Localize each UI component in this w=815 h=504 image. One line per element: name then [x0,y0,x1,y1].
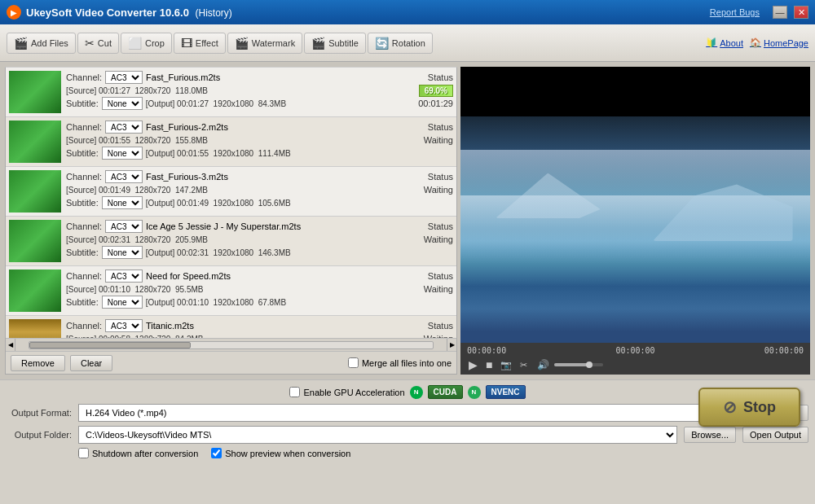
homepage-link[interactable]: 🏠 HomePage [750,37,808,48]
subtitle-select[interactable]: None [102,296,143,309]
stop-circle-icon: ⊘ [723,397,737,417]
clear-button[interactable]: Clear [70,355,112,371]
preview-checkbox[interactable] [211,448,222,458]
effect-icon: 🎞 [181,37,192,50]
file-info: Channel: AC3 Fast_Furious.m2ts Status [S… [66,71,453,112]
nvenc-badge: NVENC [486,385,526,399]
subtitle-select[interactable]: None [102,97,143,110]
open-output-button[interactable]: Open Output [742,427,808,443]
cut-button[interactable]: ✂ [518,360,529,370]
subtitle-select[interactable]: None [102,147,143,160]
list-item[interactable]: Channel: AC3 Fast_Furious-2.m2ts Status … [6,117,456,167]
stop-button[interactable]: ■ [484,358,494,371]
toolbar: 🎬 Add Files ✂ Cut ⬜ Crop 🎞 Effect 🎬 Wate… [0,24,815,62]
list-item[interactable]: Channel: AC3 Titanic.m2ts Status [Source… [6,316,456,338]
close-button[interactable]: ✕ [794,6,808,19]
folder-select[interactable]: C:\Videos-Ukeysoft\Video MTS\ [78,426,677,444]
subtitle-button[interactable]: 🎬 Subtitle [304,33,366,54]
file-thumbnail [9,170,61,213]
gpu-checkbox-row: Enable GPU Acceleration [289,387,404,397]
crop-icon: ⬜ [128,37,142,50]
horizontal-scrollbar[interactable]: ◀ ▶ [6,338,456,351]
remove-button[interactable]: Remove [11,355,65,371]
subtitle-icon: 🎬 [311,37,325,50]
screenshot-button[interactable]: 📷 [499,360,513,370]
folder-label: Output Folder: [7,430,72,440]
main-area: Channel: AC3 Fast_Furious.m2ts Status [S… [0,62,815,379]
channel-select[interactable]: AC3 [105,270,143,283]
file-list-actions: Remove Clear Merge all files into one [6,351,456,374]
watermark-icon: 🎬 [235,37,249,50]
file-info: Channel: AC3 Ice Age 5 Jessie J - My Sup… [66,220,453,261]
merge-checkbox[interactable] [348,357,359,368]
about-link[interactable]: 🔰 About [706,37,743,48]
preview-label: Show preview when conversion [225,449,350,458]
add-files-button[interactable]: 🎬 Add Files [7,33,76,54]
play-button[interactable]: ▶ [467,358,479,371]
subtitle-select[interactable]: None [102,246,143,259]
shutdown-checkbox[interactable] [78,448,89,458]
app-title: UkeySoft Video Converter 10.6.0 (History… [26,7,232,19]
video-preview-panel: 00:00:00 00:00:00 00:00:00 ▶ ■ 📷 ✂ 🔊 [460,67,810,375]
list-item[interactable]: Channel: AC3 Fast_Furious.m2ts Status [S… [6,68,456,117]
title-bar-left: ▶ UkeySoft Video Converter 10.6.0 (Histo… [7,5,232,20]
format-select[interactable]: H.264 Video (*.mp4) [78,404,722,422]
video-display [460,67,810,343]
stop-button[interactable]: ⊘ Stop [698,388,800,427]
cut-icon: ✂ [85,37,95,50]
list-item[interactable]: Channel: AC3 Fast_Furious-3.m2ts Status … [6,167,456,217]
file-thumbnail [9,121,61,163]
rotation-icon: 🔄 [375,37,389,50]
file-info: Channel: AC3 Need for Speed.m2ts Status … [66,270,453,310]
ctrl-row: ▶ ■ 📷 ✂ 🔊 [467,358,804,371]
list-item[interactable]: Channel: AC3 Ice Age 5 Jessie J - My Sup… [6,217,456,266]
file-list-scroll[interactable]: Channel: AC3 Fast_Furious.m2ts Status [S… [6,68,456,338]
gpu-row: Enable GPU Acceleration N CUDA N NVENC [7,385,808,399]
channel-select[interactable]: AC3 [105,319,143,332]
list-item[interactable]: Channel: AC3 Need for Speed.m2ts Status … [6,266,456,316]
effect-button[interactable]: 🎞 Effect [174,33,226,54]
cut-button[interactable]: ✂ Cut [77,33,119,54]
browse-button[interactable]: Browse... [684,427,736,443]
current-time: 00:00:00 [467,346,506,355]
shutdown-label: Shutdown after conversion [92,449,198,458]
home-icon: 🏠 [750,37,761,48]
nvenc-logo: N [468,386,481,399]
status-badge: 69.0% [419,85,453,97]
rotation-button[interactable]: 🔄 Rotation [368,33,433,54]
report-bugs-link[interactable]: Report Bugs [710,7,760,17]
channel-select[interactable]: AC3 [105,220,143,233]
watermark-button[interactable]: 🎬 Watermark [227,33,302,54]
toolbar-right: 🔰 About 🏠 HomePage [706,37,808,48]
file-info: Channel: AC3 Fast_Furious-2.m2ts Status … [66,121,453,161]
channel-select[interactable]: AC3 [105,71,143,84]
options-row: Shutdown after conversion Show preview w… [78,448,808,458]
cuda-logo: N [410,386,423,399]
file-thumbnail [9,270,61,312]
file-thumbnail [9,220,61,262]
minimize-button[interactable]: — [773,6,787,19]
merge-label: Merge all files into one [362,358,452,368]
video-preview [460,67,810,343]
preview-option: Show preview when conversion [211,448,350,458]
file-list-panel: Channel: AC3 Fast_Furious.m2ts Status [S… [5,67,457,375]
file-info: Channel: AC3 Titanic.m2ts Status [Source… [66,319,453,338]
add-files-icon: 🎬 [14,37,28,50]
volume-slider[interactable] [554,363,603,366]
format-label: Output Format: [7,408,72,418]
channel-select[interactable]: AC3 [105,121,143,134]
cuda-badge: CUDA [428,385,463,399]
toolbar-left: 🎬 Add Files ✂ Cut ⬜ Crop 🎞 Effect 🎬 Wate… [7,33,433,54]
gpu-label: Enable GPU Acceleration [303,388,404,397]
volume-icon: 🔊 [537,359,549,370]
file-info: Channel: AC3 Fast_Furious-3.m2ts Status … [66,170,453,211]
video-controls-bar: 00:00:00 00:00:00 00:00:00 ▶ ■ 📷 ✂ 🔊 [460,343,810,375]
crop-button[interactable]: ⬜ Crop [121,33,172,54]
bottom-area: Enable GPU Acceleration N CUDA N NVENC O… [0,379,815,463]
file-thumbnail [9,71,61,113]
time-row: 00:00:00 00:00:00 00:00:00 [467,346,804,355]
channel-select[interactable]: AC3 [105,170,143,183]
middle-time: 00:00:00 [615,346,654,355]
gpu-checkbox[interactable] [289,387,300,397]
subtitle-select[interactable]: None [102,196,143,209]
